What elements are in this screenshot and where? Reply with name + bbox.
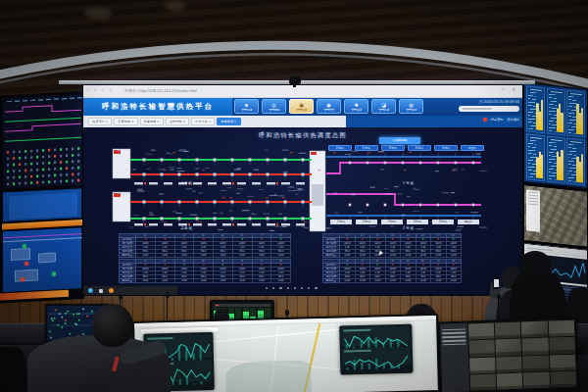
tab[interactable]: 负荷预测 ⊙ <box>114 118 137 125</box>
table-cell: 1250 <box>233 279 253 283</box>
tab-close-icon[interactable]: ⊙ <box>183 119 186 125</box>
tab-close-icon[interactable]: ⊙ <box>131 119 134 125</box>
tab-close-icon[interactable]: ⊙ <box>209 119 212 125</box>
browser-menu-icons[interactable]: ☆ ≡ <box>501 86 518 92</box>
toolbar-button-label: 智慧诊断 <box>296 108 307 112</box>
cctv-thumbnail[interactable] <box>550 354 576 370</box>
browser-nav-icons[interactable]: ‹ › ○ ⌂ <box>87 86 115 92</box>
station-chip[interactable]: 2#泵站 <box>356 220 377 224</box>
ceiling-light <box>84 8 112 19</box>
cctv-thumbnail[interactable] <box>469 373 496 390</box>
cctv-thumbnail[interactable] <box>497 372 523 389</box>
gis-layer-panel <box>526 189 540 231</box>
cctv-thumbnail[interactable] <box>522 355 549 371</box>
tab[interactable]: 全网平衡 ⊙ <box>166 118 189 125</box>
table-cell: 1250 <box>214 279 233 283</box>
cctv-thumbnail[interactable] <box>521 321 548 338</box>
toolbar-button-label: 智慧调度 <box>269 108 279 112</box>
browser-address-bar[interactable]: 不安全 | http://128.111.114.214/index.html <box>124 88 197 93</box>
yellow-gauge-bar <box>581 154 583 182</box>
table-cell: 1250 <box>340 254 356 258</box>
cctv-thumbnail[interactable] <box>495 339 521 356</box>
pump-station-panel <box>547 135 565 183</box>
station-chip[interactable]: 隔压站 <box>461 145 484 151</box>
table-cell: 1250 <box>271 254 291 258</box>
toolbar-button[interactable]: ◈ 智慧监视 <box>234 99 259 114</box>
browser-chrome: ‹ › ○ ⌂ 不安全 | http://128.111.114.214/ind… <box>83 85 522 98</box>
station-chip[interactable]: 隔压站 <box>458 220 479 224</box>
tab-label: 水力仿真 <box>195 119 208 125</box>
cctv-thumbnail[interactable] <box>469 357 496 373</box>
tab-close-icon[interactable]: ⊙ <box>234 119 237 125</box>
tab-label: 智慧调度 <box>144 119 157 125</box>
station-chip[interactable]: 3#泵站 <box>381 145 405 151</box>
highlight-station-chip[interactable]: 中继能源站 <box>379 137 420 144</box>
toolbar-button[interactable]: ◍ 智慧资源 <box>399 99 423 114</box>
table-cell: 1250 <box>340 279 356 283</box>
cctv-thumbnail[interactable] <box>467 323 494 340</box>
cctv-thumbnail[interactable] <box>522 338 549 355</box>
table-cell: 1250 <box>253 254 272 258</box>
tab[interactable]: 水力仿真 ⊙ <box>191 118 215 125</box>
toolbar-button[interactable]: ◪ 智慧机房 <box>371 99 396 114</box>
notice-chip[interactable]: 消息通知 <box>491 118 504 122</box>
station-chip[interactable]: 1#泵站 <box>328 145 352 151</box>
edge-icon[interactable] <box>88 288 93 293</box>
app-icon[interactable] <box>99 289 103 293</box>
station-chip[interactable]: 4#泵站 <box>407 220 428 224</box>
header-right: ◷ 2024.03.15 09:39:34 <box>428 98 522 116</box>
station-chip[interactable]: 5#泵站 <box>434 145 458 151</box>
cctv-sidebar[interactable] <box>440 322 469 392</box>
table-cell: 1250 <box>253 279 272 283</box>
tab[interactable]: 经济运行 ⊙ <box>88 118 112 125</box>
toolbar-button-icon: ◎ <box>271 102 275 108</box>
pump-station-panel <box>566 90 585 138</box>
cctv-thumbnail[interactable] <box>548 320 574 337</box>
component-box <box>11 248 30 261</box>
pump-status-green <box>52 272 56 276</box>
station-chip[interactable]: 2#泵站 <box>355 145 378 151</box>
table-cell: 1250 <box>136 279 156 283</box>
chart-panel-right <box>340 323 414 374</box>
tab[interactable]: 调度总览 ⊙ <box>217 118 240 125</box>
alert-icon <box>483 118 487 122</box>
cctv-thumbnail[interactable] <box>496 356 522 372</box>
data-table: 1#2#3#4#5#6#7#8#运行状态▼▼▼▼▼▼▼▼阀门开度100%100%… <box>322 259 462 283</box>
search-pill[interactable] <box>459 106 519 112</box>
toolbar-button[interactable]: ✚ 智慧决策 <box>344 99 368 114</box>
person-seated-head <box>92 304 133 347</box>
toolbar-button-label: 智慧资源 <box>406 108 416 112</box>
toolbar-button-icon: ◉ <box>326 102 330 108</box>
table-cell: 1250 <box>356 254 371 258</box>
table-cell: 1250 <box>401 279 416 283</box>
cctv-thumbnail[interactable] <box>523 371 550 388</box>
station-chip[interactable]: 3#泵站 <box>381 220 403 224</box>
cctv-thumbnail[interactable] <box>468 340 495 357</box>
table-cell: 瞬时流量 <box>323 279 340 283</box>
tab[interactable]: 智慧调度 ⊙ <box>140 118 164 125</box>
table-cell: 1250 <box>416 279 432 283</box>
tab-close-icon[interactable]: ⊙ <box>106 119 109 125</box>
toolbar-button-label: 智慧决策 <box>351 108 362 112</box>
table-cell: 1250 <box>136 254 156 258</box>
toolbar-button[interactable]: ▣ 智慧诊断 <box>289 99 314 114</box>
notice-chip[interactable]: 值班模式 <box>507 118 519 122</box>
tab-close-icon[interactable]: ⊙ <box>157 119 160 125</box>
station-chip[interactable]: 1#泵站 <box>330 220 352 224</box>
platform-title: 呼和浩特长输智慧供热平台 <box>83 98 232 116</box>
cctv-thumbnail[interactable] <box>549 337 575 354</box>
station-chip[interactable]: 5#泵站 <box>432 220 454 224</box>
left-screen-process-top <box>2 187 82 222</box>
cctv-thumbnail[interactable] <box>495 322 521 339</box>
table-cell: 1250 <box>431 254 447 258</box>
yellow-gauge-bar <box>541 155 543 178</box>
pager-dots[interactable] <box>266 287 318 289</box>
tab-strip: 经济运行 ⊙ 负荷预测 ⊙ 智慧调度 ⊙ <box>83 116 522 127</box>
cctv-thumbnail[interactable] <box>550 370 576 387</box>
toolbar-button-icon: ◪ <box>381 102 386 108</box>
toolbar-button[interactable]: ◉ 智慧安全 <box>317 99 341 114</box>
app-icon-orange[interactable] <box>109 288 114 293</box>
toolbar-button[interactable]: ◎ 智慧调度 <box>262 99 286 114</box>
station-chip[interactable]: 4#泵站 <box>408 145 431 151</box>
table-cell: 瞬时流量 <box>120 254 136 258</box>
